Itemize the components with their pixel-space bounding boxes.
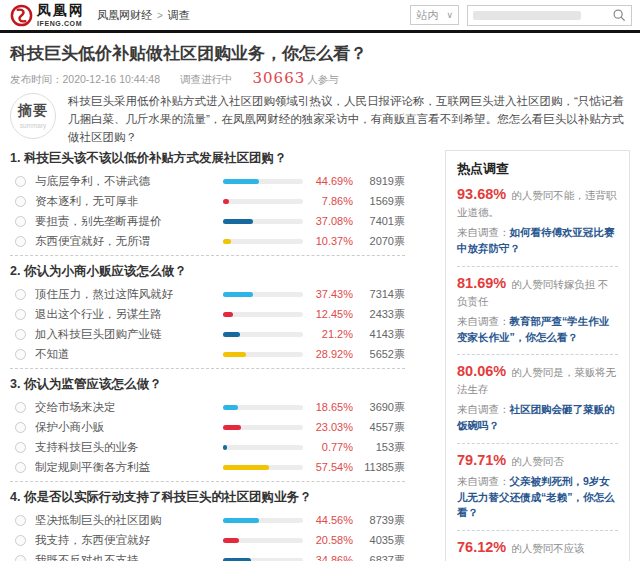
result-bar-track	[223, 425, 303, 430]
question-title: 3. 你认为监管应该怎么做？	[10, 376, 405, 392]
question-block: 3. 你认为监管应该怎么做？交给市场来决定18.65%3690票保护小商小贩23…	[10, 376, 405, 482]
hot-survey-stat: 81.69%的人赞同转嫁负担 不负责任	[457, 275, 618, 309]
option-votes: 4035票	[353, 533, 405, 548]
poll-option-row[interactable]: 不知道28.92%5652票	[10, 344, 405, 364]
option-percent: 44.56%	[303, 514, 353, 526]
ifeng-logo[interactable]: 凤凰网 IFENG.COM	[10, 4, 85, 27]
option-percent: 12.45%	[303, 308, 353, 320]
hot-survey-source: 来自调查：如何看待傅欢亚冠比赛中放弃防守？	[457, 225, 618, 257]
radio-button[interactable]	[15, 176, 26, 187]
result-bar-fill	[223, 312, 233, 317]
hot-survey-source-label: 来自调查：	[457, 475, 510, 487]
participant-count: 30663	[253, 69, 306, 87]
poll-option-row[interactable]: 加入科技巨头团购产业链21.2%4143票	[10, 324, 405, 344]
radio-button[interactable]	[15, 555, 26, 561]
hot-survey-stat: 79.71%的人赞同否	[457, 452, 618, 469]
hot-survey-stat: 93.68%的人赞同不能，违背职业道德。	[457, 186, 618, 220]
hot-survey-percent: 80.06%	[457, 363, 506, 379]
option-votes: 2433票	[353, 307, 405, 322]
option-label: 与底层争利，不讲武德	[35, 174, 223, 189]
radio-button[interactable]	[15, 462, 26, 473]
result-bar-fill	[223, 219, 253, 224]
summary-badge-sublabel: summary	[11, 122, 55, 129]
result-bar-fill	[223, 445, 227, 450]
hot-surveys-title: 热点调查	[457, 160, 618, 178]
option-votes: 7401票	[353, 214, 405, 229]
hot-survey-source: 来自调查：教育部严查“学生作业变家长作业”，你怎么看？	[457, 314, 618, 346]
poll-option-row[interactable]: 坚决抵制巨头的社区团购44.56%8739票	[10, 510, 405, 530]
result-bar-fill	[223, 292, 253, 297]
main-content: 科技巨头低价补贴做社区团购业务，你怎么看？ 发布时间：2020-12-16 10…	[0, 33, 640, 561]
radio-button[interactable]	[15, 402, 26, 413]
option-percent: 0.77%	[303, 441, 353, 453]
option-label: 我支持，东西便宜就好	[35, 533, 223, 548]
poll-option-row[interactable]: 退出这个行业，另谋生路12.45%2433票	[10, 304, 405, 324]
breadcrumb-survey-link[interactable]: 调查	[168, 8, 190, 23]
content-columns: 1. 科技巨头该不该以低价补贴方式发展社区团购？与底层争利，不讲武德44.69%…	[10, 150, 630, 561]
option-votes: 1569票	[353, 194, 405, 209]
option-votes: 4557票	[353, 420, 405, 435]
radio-button[interactable]	[15, 309, 26, 320]
poll-option-row[interactable]: 我既不反对也不支持34.86%6837票	[10, 550, 405, 561]
poll-option-row[interactable]: 我支持，东西便宜就好20.58%4035票	[10, 530, 405, 550]
poll-option-row[interactable]: 要担责，别先垄断再提价37.08%7401票	[10, 211, 405, 231]
option-percent: 10.37%	[303, 235, 353, 247]
site-header: 凤凰网 IFENG.COM 凤凰网财经 > 调查 站内 ∨	[0, 0, 640, 30]
hot-survey-source-label: 来自调查：	[457, 226, 510, 238]
poll-option-row[interactable]: 交给市场来决定18.65%3690票	[10, 397, 405, 417]
result-bar-fill	[223, 425, 241, 430]
question-title: 2. 你认为小商小贩应该怎么做？	[10, 263, 405, 279]
result-bar-fill	[223, 405, 238, 410]
hot-survey-item: 79.71%的人赞同否来自调查：父亲被判死刑，9岁女儿无力替父还债成“老赖”，你…	[457, 444, 618, 531]
search-input[interactable]	[467, 5, 632, 26]
search-query-blurred	[473, 11, 581, 20]
radio-button[interactable]	[15, 535, 26, 546]
poll-option-row[interactable]: 支持科技巨头的业务0.77%153票	[10, 437, 405, 457]
hot-survey-percent: 76.12%	[457, 539, 506, 555]
result-bar-fill	[223, 538, 239, 543]
option-votes: 8919票	[353, 174, 405, 189]
result-bar-fill	[223, 199, 229, 204]
logo-title: 凤凰网	[37, 4, 85, 18]
radio-button[interactable]	[15, 196, 26, 207]
option-label: 坚决抵制巨头的社区团购	[35, 513, 223, 528]
poll-option-row[interactable]: 保护小商小贩23.03%4557票	[10, 417, 405, 437]
option-label: 不知道	[35, 347, 223, 362]
poll-option-row[interactable]: 资本逐利，无可厚非7.86%1569票	[10, 191, 405, 211]
poll-option-row[interactable]: 东西便宜就好，无所谓10.37%2070票	[10, 231, 405, 251]
search-scope-select[interactable]: 站内 ∨	[410, 5, 459, 25]
option-label: 支持科技巨头的业务	[35, 440, 223, 455]
result-bar-track	[223, 199, 303, 204]
radio-button[interactable]	[15, 216, 26, 227]
question-block: 1. 科技巨头该不该以低价补贴方式发展社区团购？与底层争利，不讲武德44.69%…	[10, 150, 405, 256]
result-bar-track	[223, 538, 303, 543]
radio-button[interactable]	[15, 515, 26, 526]
option-percent: 7.86%	[303, 195, 353, 207]
result-bar-track	[223, 292, 303, 297]
radio-button[interactable]	[15, 422, 26, 433]
survey-status: 调查进行中	[180, 73, 233, 87]
result-bar-track	[223, 405, 303, 410]
option-label: 资本逐利，无可厚非	[35, 194, 223, 209]
option-votes: 8739票	[353, 513, 405, 528]
option-votes: 6837票	[353, 553, 405, 561]
option-votes: 11385票	[353, 460, 405, 475]
hot-survey-item: 80.06%的人赞同是，菜贩将无法生存来自调查：社区团购会砸了菜贩的饭碗吗？	[457, 355, 618, 444]
radio-button[interactable]	[15, 442, 26, 453]
option-percent: 23.03%	[303, 421, 353, 433]
radio-button[interactable]	[15, 289, 26, 300]
radio-button[interactable]	[15, 349, 26, 360]
hot-survey-source-label: 来自调查：	[457, 315, 510, 327]
breadcrumb-finance-link[interactable]: 凤凰网财经	[97, 8, 152, 23]
radio-button[interactable]	[15, 236, 26, 247]
option-votes: 4143票	[353, 327, 405, 342]
option-percent: 20.58%	[303, 534, 353, 546]
breadcrumb: 凤凰网财经 > 调查	[97, 8, 190, 23]
option-label: 要担责，别先垄断再提价	[35, 214, 223, 229]
search-icon[interactable]	[612, 8, 626, 22]
page: 凤凰网 IFENG.COM 凤凰网财经 > 调查 站内 ∨ 科技巨头低价补贴做社…	[0, 0, 640, 561]
poll-option-row[interactable]: 制定规则平衡各方利益57.54%11385票	[10, 457, 405, 477]
poll-option-row[interactable]: 与底层争利，不讲武德44.69%8919票	[10, 171, 405, 191]
poll-option-row[interactable]: 顶住压力，熬过这阵风就好37.43%7314票	[10, 284, 405, 304]
radio-button[interactable]	[15, 329, 26, 340]
